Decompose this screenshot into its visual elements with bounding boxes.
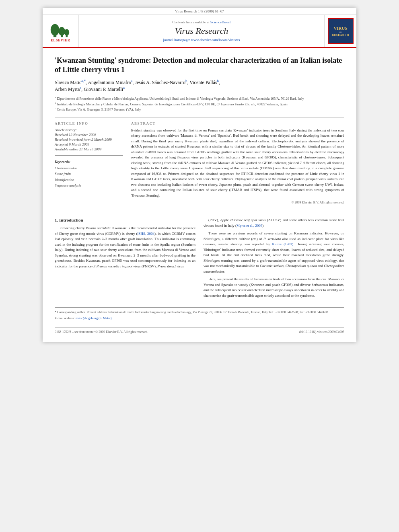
article-info-label: ARTICLE INFO	[55, 121, 123, 125]
divider-keywords	[55, 155, 123, 156]
keyword-3: Identification	[55, 177, 123, 183]
intro-col-left: 1. Introduction Flowering cherry Prunus …	[55, 218, 195, 301]
citation-bar: Virus Research 143 (2009) 61–67	[43, 8, 356, 15]
abstract-text: Evident stunting was observed for the fi…	[131, 128, 344, 199]
intro-para-1: Flowering cherry Prunus serrulata 'Kwanz…	[55, 226, 195, 269]
contents-available: Contents lists available at ScienceDirec…	[173, 20, 231, 24]
footnote-corresponding: * Corresponding author. Present address:…	[55, 310, 344, 315]
journal-page: Virus Research 143 (2009) 61–67 ELSEVIER…	[43, 8, 356, 342]
myrta-link[interactable]: Myrta et al., 2003	[237, 224, 262, 228]
abstract-column: ABSTRACT Evident stunting was observed f…	[131, 121, 344, 205]
accepted-date: Accepted 9 March 2009	[55, 142, 123, 146]
author-giovanni: Giovanni P. Martelli	[84, 86, 123, 92]
introduction-section: 1. Introduction Flowering cherry Prunus …	[55, 218, 344, 301]
intro-col-right: (PDV), Apple chlorotic leaf spot virus (…	[204, 218, 344, 301]
intro-para-right: (PDV), Apple chlorotic leaf spot virus (…	[204, 218, 344, 298]
footnote-section: * Corresponding author. Present address:…	[55, 307, 344, 321]
journal-center: Contents lists available at ScienceDirec…	[79, 15, 324, 47]
footnote-text: * Corresponding author. Present address:…	[55, 310, 344, 321]
divider-top	[55, 117, 344, 117]
journal-title: Virus Research	[175, 26, 228, 36]
footnote-email: E-mail address: matic@icgeb.org (S. Mati…	[55, 316, 344, 321]
svg-point-1	[50, 24, 59, 36]
keyword-1: Closteroviridae	[55, 165, 123, 171]
svg-point-3	[58, 27, 65, 36]
author-jesus: Jesús A. Sánchez-Navarro	[135, 80, 185, 85]
elsevier-tree-icon	[49, 20, 73, 38]
received-date: Received 13 November 2008	[55, 133, 123, 137]
email-link[interactable]: matic@icgeb.org (S. Matic).	[76, 316, 112, 320]
authors-line: Slavica Matica,*, Angelantonio Minafraa,…	[55, 79, 344, 92]
history-label: Article history:	[55, 128, 123, 132]
author-vicente: Vicente Pallás	[189, 80, 217, 85]
email-label: E-mail address:	[55, 316, 75, 320]
article-history: Article history: Received 13 November 20…	[55, 128, 123, 151]
abstract-label: ABSTRACT	[131, 121, 344, 125]
sciencedirect-link[interactable]: ScienceDirect	[210, 20, 230, 24]
author-slavica: Slavica Matic	[55, 80, 81, 85]
copyright-line: © 2009 Elsevier B.V. All rights reserved…	[131, 201, 344, 204]
elsevier-logo: ELSEVIER	[43, 15, 79, 47]
keywords-label: Keywords:	[55, 160, 123, 164]
paper-title: 'Kwanzan Stunting' syndrome: Detection a…	[55, 56, 344, 75]
svg-point-5	[64, 29, 69, 35]
page-footer: 0168-1702/$ – see front matter © 2009 El…	[55, 327, 344, 334]
citation-text: Virus Research 143 (2009) 61–67	[175, 9, 224, 13]
keyword-2: Stone fruits	[55, 171, 123, 177]
virus-research-logo-box: VIRUS ●●● RESEARCH	[324, 15, 356, 47]
homepage-url[interactable]: www.elsevier.com/locate/virusres	[191, 38, 240, 42]
journal-header: ELSEVIER Contents lists available at Sci…	[43, 15, 356, 48]
keywords-list: Closteroviridae Stone fruits Identificat…	[55, 165, 123, 189]
doi-line: doi:10.1016/j.virusres.2009.03.005	[299, 330, 344, 334]
vr-badge: VIRUS ●●● RESEARCH	[328, 18, 354, 44]
kunze-link[interactable]: Kunze (1983)	[272, 242, 294, 246]
ishs-link[interactable]: ISHS, 2004	[137, 232, 154, 236]
introduction-cols: 1. Introduction Flowering cherry Prunus …	[55, 218, 344, 301]
issn-line: 0168-1702/$ – see front matter © 2009 El…	[55, 330, 148, 334]
intro-heading: 1. Introduction	[55, 218, 195, 222]
revised-date: Received in revised form 2 March 2009	[55, 138, 123, 142]
elsevier-label: ELSEVIER	[51, 39, 70, 42]
main-content: 'Kwanzan Stunting' syndrome: Detection a…	[43, 48, 356, 342]
article-info-column: ARTICLE INFO Article history: Received 1…	[55, 121, 123, 205]
author-angelantonio: Angelantonio Minafra	[88, 80, 131, 85]
divider-body	[55, 211, 344, 211]
vr-research-text: RESEARCH	[332, 33, 349, 37]
author-arben: Arben Myrta	[55, 86, 80, 92]
available-date: Available online 21 March 2009	[55, 147, 123, 151]
journal-homepage: journal homepage: www.elsevier.com/locat…	[163, 38, 240, 42]
affiliations: a Dipartimento di Protezione delle Piant…	[55, 96, 344, 112]
vr-virus-text: VIRUS	[333, 26, 347, 31]
article-info-abstract-section: ARTICLE INFO Article history: Received 1…	[55, 121, 344, 205]
keyword-4: Sequence analysis	[55, 183, 123, 188]
